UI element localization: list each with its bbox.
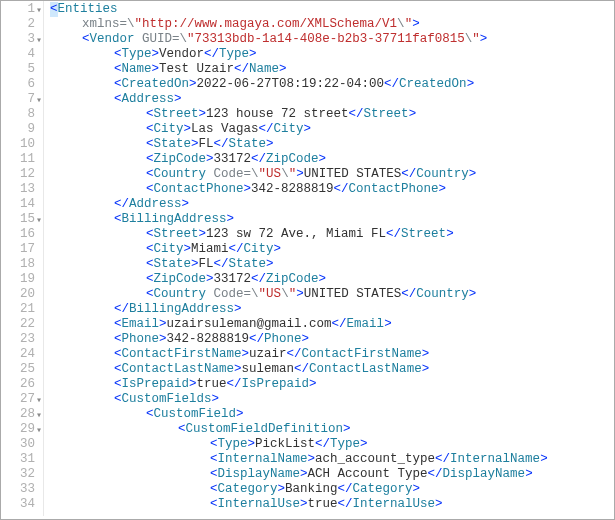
- tok: <: [114, 392, 122, 406]
- tok: Banking: [285, 482, 338, 496]
- code-line: </BillingAddress>: [50, 302, 614, 317]
- tok: <: [384, 77, 392, 91]
- tok: <: [338, 482, 346, 496]
- tok: \: [281, 167, 289, 181]
- code-line: <State>FL</State>: [50, 137, 614, 152]
- tok: >: [199, 227, 207, 241]
- tok: ": [472, 32, 480, 46]
- code-line: <Phone>342-8288819</Phone>: [50, 332, 614, 347]
- tok: <: [294, 362, 302, 376]
- tok: <: [210, 497, 218, 511]
- tok: ZipCode: [154, 272, 207, 286]
- tok: >: [384, 317, 392, 331]
- tok: >: [412, 17, 420, 31]
- line-number: 10: [5, 137, 35, 152]
- tok: BillingAddress: [122, 212, 227, 226]
- code-line: <ZipCode>33172</ZipCode>: [50, 152, 614, 167]
- tok: >: [302, 332, 310, 346]
- tok: /: [392, 77, 400, 91]
- tok: City: [154, 242, 184, 256]
- tok: >: [480, 32, 488, 46]
- tok: CustomFieldDefinition: [186, 422, 344, 436]
- tok: /: [394, 227, 402, 241]
- tok: >: [319, 272, 327, 286]
- tok: ZipCode: [266, 272, 319, 286]
- tok: >: [184, 122, 192, 136]
- line-number: 34: [5, 497, 35, 512]
- tok: CreatedOn: [122, 77, 190, 91]
- tok: true: [197, 377, 227, 391]
- tok: /: [259, 272, 267, 286]
- tok: /: [257, 332, 265, 346]
- line-number: 4: [5, 47, 35, 62]
- code-line: <City>Miami</City>: [50, 242, 614, 257]
- line-number: 15▾: [5, 212, 35, 227]
- tok: ContactFirstName: [122, 347, 242, 361]
- line-number: 30: [5, 437, 35, 452]
- tok: >: [206, 152, 214, 166]
- tok: <: [114, 332, 122, 346]
- code-line: <ContactPhone>342-8288819</ContactPhone>: [50, 182, 614, 197]
- fold-toggle-icon[interactable]: ▾: [36, 33, 42, 48]
- tok: true: [308, 497, 338, 511]
- tok: City: [154, 122, 184, 136]
- tok: /: [345, 497, 353, 511]
- tok: DisplayName: [443, 467, 526, 481]
- tok: <: [251, 272, 259, 286]
- tok: 33172: [214, 272, 252, 286]
- tok: CustomField: [154, 407, 237, 421]
- tok: PickList: [255, 437, 315, 451]
- tok: >: [249, 47, 257, 61]
- tok: Type: [218, 437, 248, 451]
- fold-toggle-icon[interactable]: ▾: [36, 408, 42, 423]
- tok: uzair: [249, 347, 287, 361]
- code-line: <Type>PickList</Type>: [50, 437, 614, 452]
- tok: <: [251, 152, 259, 166]
- tok: \: [251, 167, 259, 181]
- tok: InternalName: [218, 452, 308, 466]
- tok: >: [525, 467, 533, 481]
- tok: >: [159, 317, 167, 331]
- tok: IsPrepaid: [242, 377, 310, 391]
- fold-toggle-icon[interactable]: ▾: [36, 93, 42, 108]
- tok: >: [439, 182, 447, 196]
- tok: Type: [330, 437, 360, 451]
- tok: >: [206, 272, 214, 286]
- line-number: 32: [5, 467, 35, 482]
- tok: >: [274, 242, 282, 256]
- code-line: <DisplayName>ACH Account Type</DisplayNa…: [50, 467, 614, 482]
- tok: /: [323, 437, 331, 451]
- tok: >: [296, 287, 304, 301]
- tok: <: [114, 362, 122, 376]
- tok: <: [227, 377, 235, 391]
- tok: <: [146, 182, 154, 196]
- tok: Vendor: [90, 32, 135, 46]
- tok: =: [172, 32, 180, 46]
- tok: City: [274, 122, 304, 136]
- tok: >: [248, 437, 256, 451]
- code-line: <State>FL</State>: [50, 257, 614, 272]
- tok: ZipCode: [266, 152, 319, 166]
- tok: <: [210, 467, 218, 481]
- tok: ": [187, 32, 195, 46]
- fold-toggle-icon[interactable]: ▾: [36, 423, 42, 438]
- tok: <: [315, 437, 323, 451]
- tok: >: [159, 332, 167, 346]
- tok: Category: [353, 482, 413, 496]
- tok: UNITED STATES: [304, 287, 402, 301]
- fold-toggle-icon[interactable]: ▾: [36, 393, 42, 408]
- code-area[interactable]: <Entitiesxmlns=\"http://www.magaya.com/X…: [44, 1, 614, 516]
- tok: xmlns: [82, 17, 120, 31]
- tok: <: [234, 62, 242, 76]
- tok: >: [234, 362, 242, 376]
- fold-toggle-icon[interactable]: ▾: [36, 213, 42, 228]
- line-number: 14: [5, 197, 35, 212]
- line-number: 7▾: [5, 92, 35, 107]
- tok: <: [386, 227, 394, 241]
- tok: <: [210, 452, 218, 466]
- tok: ": [259, 167, 267, 181]
- tok: UNITED STATES: [304, 167, 402, 181]
- fold-toggle-icon[interactable]: ▾: [36, 3, 42, 18]
- tok: >: [319, 152, 327, 166]
- tok: >: [360, 437, 368, 451]
